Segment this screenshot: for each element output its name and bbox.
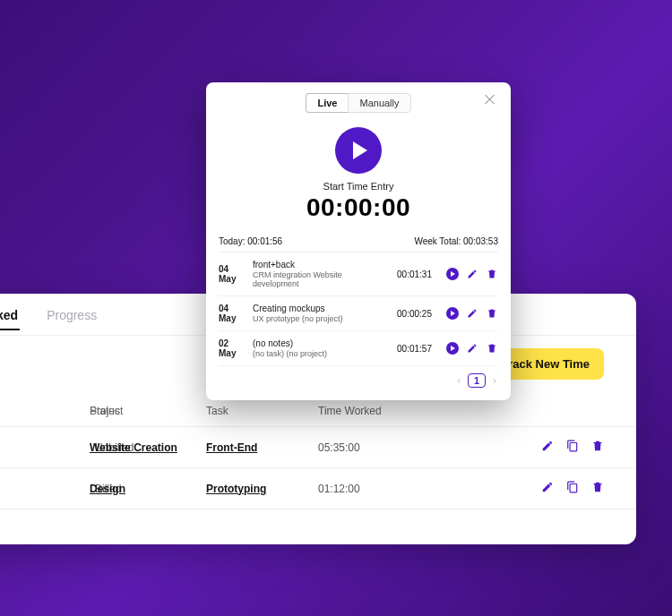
project-link[interactable]: Design [90, 483, 206, 495]
time-entry-popover: Live Manually Start Time Entry 00:00:00 … [206, 82, 511, 400]
pagination: ‹ 1 › [219, 373, 498, 388]
chevron-right-icon[interactable]: › [491, 374, 498, 387]
play-icon[interactable] [446, 307, 459, 320]
edit-icon[interactable] [541, 440, 554, 455]
mode-manually-button[interactable]: Manually [348, 93, 410, 113]
entry-context: (no task) (no project) [253, 349, 380, 358]
totals-row: Today: 00:01:56 Week Total: 00:03:53 [219, 236, 498, 246]
time-worked-value: 05:35:00 [318, 441, 421, 454]
timer-display: 00:00:00 [219, 193, 498, 222]
time-entries-list: 04 May front+back CRM integration Websit… [219, 252, 498, 366]
edit-icon[interactable] [541, 481, 554, 496]
tab-worked[interactable]: ked [0, 306, 20, 329]
entry-notes: front+back [253, 260, 380, 270]
today-value: 00:01:56 [247, 236, 282, 246]
entry-duration: 00:01:31 [387, 270, 432, 279]
row-actions [520, 481, 636, 496]
time-worked-table: Status Project Task Time Worked Unbilled… [0, 399, 636, 509]
entry-context: CRM integration Website development [253, 270, 380, 288]
entry-duration: 00:00:25 [387, 309, 432, 319]
entry-context: UX prototype (no project) [253, 314, 380, 323]
delete-icon[interactable] [591, 440, 604, 455]
col-project: Project [90, 405, 206, 417]
play-icon[interactable] [446, 268, 459, 280]
today-total: Today: 00:01:56 [219, 236, 282, 246]
delete-icon[interactable] [486, 307, 498, 320]
mode-live-button[interactable]: Live [306, 93, 348, 113]
copy-icon[interactable] [566, 481, 579, 496]
chevron-left-icon[interactable]: ‹ [455, 374, 462, 387]
delete-icon[interactable] [486, 342, 498, 355]
row-actions [520, 440, 636, 455]
project-link[interactable]: Website Creation [90, 441, 206, 454]
week-label: Week Total: [414, 236, 461, 246]
entry-date: 02 May [219, 338, 246, 358]
table-row: Billed Design Prototyping 01:12:00 [0, 467, 636, 509]
time-worked-value: 01:12:00 [318, 483, 421, 495]
col-status: Status [0, 405, 90, 417]
close-icon[interactable] [482, 93, 498, 109]
list-item: 02 May (no notes) (no task) (no project)… [219, 331, 498, 366]
entry-notes: (no notes) [253, 338, 380, 348]
entry-notes: Creating mockups [253, 304, 380, 313]
delete-icon[interactable] [591, 481, 604, 496]
task-link[interactable]: Front-End [206, 441, 318, 454]
edit-icon[interactable] [466, 268, 478, 280]
table-header: Status Project Task Time Worked [0, 399, 636, 426]
play-icon [353, 141, 367, 159]
entry-date: 04 May [219, 304, 246, 323]
week-value: 00:03:53 [463, 236, 498, 246]
list-item: 04 May front+back CRM integration Websit… [219, 252, 498, 296]
play-button[interactable] [335, 127, 382, 174]
copy-icon[interactable] [566, 440, 579, 455]
edit-icon[interactable] [466, 307, 478, 320]
table-row: Unbilled Website Creation Front-End 05:3… [0, 426, 636, 467]
entry-date: 04 May [219, 264, 246, 284]
delete-icon[interactable] [486, 268, 498, 280]
play-icon[interactable] [446, 342, 459, 355]
list-item: 04 May Creating mockups UX prototype (no… [219, 296, 498, 331]
col-task: Task [206, 405, 318, 417]
edit-icon[interactable] [466, 342, 478, 355]
mode-segmented-control: Live Manually [306, 93, 410, 113]
page-number[interactable]: 1 [468, 373, 486, 388]
col-time: Time Worked [318, 405, 421, 417]
start-time-entry-label: Start Time Entry [219, 181, 498, 192]
task-link[interactable]: Prototyping [206, 483, 318, 495]
week-total: Week Total: 00:03:53 [414, 236, 498, 246]
entry-duration: 00:01:57 [387, 344, 432, 354]
tab-progress[interactable]: Progress [45, 306, 99, 329]
today-label: Today: [219, 236, 245, 246]
